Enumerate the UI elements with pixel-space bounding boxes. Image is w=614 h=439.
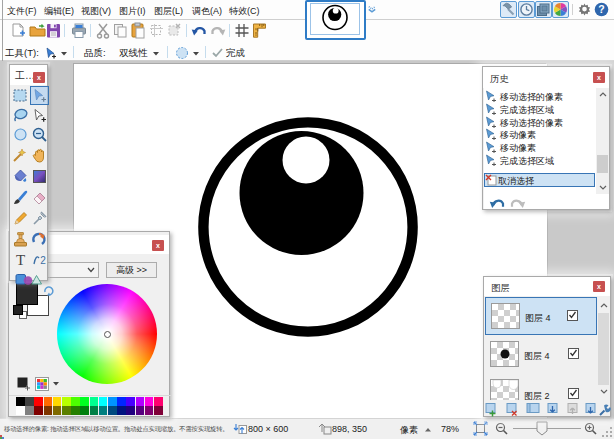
svg-text:T: T	[16, 252, 25, 268]
svg-text:2: 2	[40, 255, 46, 266]
svg-text:?: ?	[598, 3, 604, 15]
